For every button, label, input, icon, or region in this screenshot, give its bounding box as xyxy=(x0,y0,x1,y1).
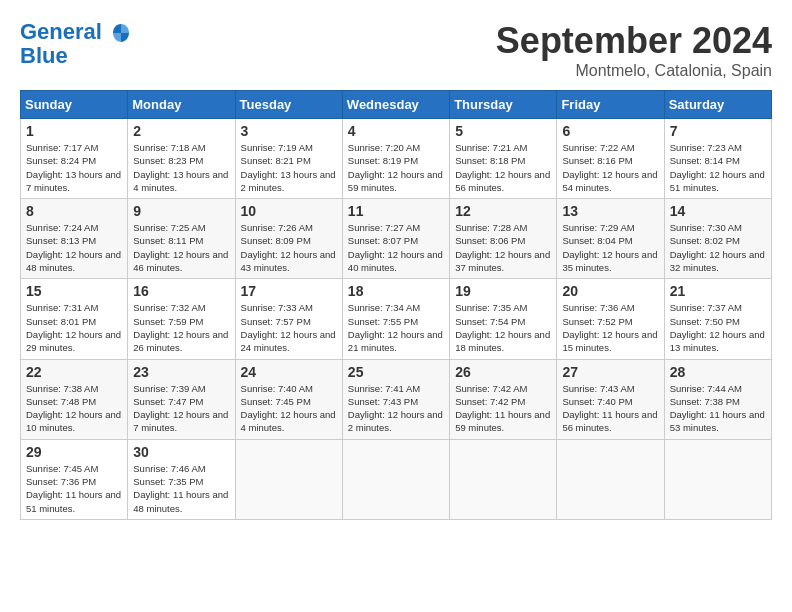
day-info: Sunrise: 7:46 AMSunset: 7:35 PMDaylight:… xyxy=(133,462,229,515)
day-info: Sunrise: 7:25 AMSunset: 8:11 PMDaylight:… xyxy=(133,221,229,274)
calendar-day-cell: 22Sunrise: 7:38 AMSunset: 7:48 PMDayligh… xyxy=(21,359,128,439)
calendar-day-cell: 6Sunrise: 7:22 AMSunset: 8:16 PMDaylight… xyxy=(557,119,664,199)
month-title: September 2024 xyxy=(496,20,772,62)
calendar-day-cell: 1Sunrise: 7:17 AMSunset: 8:24 PMDaylight… xyxy=(21,119,128,199)
day-number: 8 xyxy=(26,203,122,219)
day-info: Sunrise: 7:34 AMSunset: 7:55 PMDaylight:… xyxy=(348,301,444,354)
day-number: 30 xyxy=(133,444,229,460)
day-number: 1 xyxy=(26,123,122,139)
calendar-day-cell: 17Sunrise: 7:33 AMSunset: 7:57 PMDayligh… xyxy=(235,279,342,359)
day-info: Sunrise: 7:17 AMSunset: 8:24 PMDaylight:… xyxy=(26,141,122,194)
day-number: 2 xyxy=(133,123,229,139)
day-info: Sunrise: 7:37 AMSunset: 7:50 PMDaylight:… xyxy=(670,301,766,354)
day-number: 10 xyxy=(241,203,337,219)
calendar-day-header: Thursday xyxy=(450,91,557,119)
day-number: 21 xyxy=(670,283,766,299)
day-info: Sunrise: 7:43 AMSunset: 7:40 PMDaylight:… xyxy=(562,382,658,435)
day-info: Sunrise: 7:31 AMSunset: 8:01 PMDaylight:… xyxy=(26,301,122,354)
day-number: 25 xyxy=(348,364,444,380)
day-info: Sunrise: 7:28 AMSunset: 8:06 PMDaylight:… xyxy=(455,221,551,274)
day-number: 20 xyxy=(562,283,658,299)
title-block: September 2024 Montmelo, Catalonia, Spai… xyxy=(496,20,772,80)
calendar-day-cell xyxy=(557,439,664,519)
calendar-week-row: 29Sunrise: 7:45 AMSunset: 7:36 PMDayligh… xyxy=(21,439,772,519)
calendar-table: SundayMondayTuesdayWednesdayThursdayFrid… xyxy=(20,90,772,520)
calendar-day-cell: 27Sunrise: 7:43 AMSunset: 7:40 PMDayligh… xyxy=(557,359,664,439)
day-number: 12 xyxy=(455,203,551,219)
calendar-day-header: Monday xyxy=(128,91,235,119)
day-info: Sunrise: 7:44 AMSunset: 7:38 PMDaylight:… xyxy=(670,382,766,435)
day-info: Sunrise: 7:35 AMSunset: 7:54 PMDaylight:… xyxy=(455,301,551,354)
calendar-day-cell: 28Sunrise: 7:44 AMSunset: 7:38 PMDayligh… xyxy=(664,359,771,439)
day-info: Sunrise: 7:36 AMSunset: 7:52 PMDaylight:… xyxy=(562,301,658,354)
calendar-day-cell: 14Sunrise: 7:30 AMSunset: 8:02 PMDayligh… xyxy=(664,199,771,279)
calendar-day-cell: 24Sunrise: 7:40 AMSunset: 7:45 PMDayligh… xyxy=(235,359,342,439)
calendar-day-cell: 8Sunrise: 7:24 AMSunset: 8:13 PMDaylight… xyxy=(21,199,128,279)
day-number: 17 xyxy=(241,283,337,299)
calendar-day-cell: 19Sunrise: 7:35 AMSunset: 7:54 PMDayligh… xyxy=(450,279,557,359)
location: Montmelo, Catalonia, Spain xyxy=(496,62,772,80)
logo-icon xyxy=(110,22,132,44)
calendar-day-cell: 25Sunrise: 7:41 AMSunset: 7:43 PMDayligh… xyxy=(342,359,449,439)
calendar-week-row: 22Sunrise: 7:38 AMSunset: 7:48 PMDayligh… xyxy=(21,359,772,439)
calendar-day-header: Sunday xyxy=(21,91,128,119)
calendar-day-cell: 16Sunrise: 7:32 AMSunset: 7:59 PMDayligh… xyxy=(128,279,235,359)
calendar-header-row: SundayMondayTuesdayWednesdayThursdayFrid… xyxy=(21,91,772,119)
day-info: Sunrise: 7:45 AMSunset: 7:36 PMDaylight:… xyxy=(26,462,122,515)
calendar-day-cell: 9Sunrise: 7:25 AMSunset: 8:11 PMDaylight… xyxy=(128,199,235,279)
calendar-day-cell: 15Sunrise: 7:31 AMSunset: 8:01 PMDayligh… xyxy=(21,279,128,359)
calendar-day-header: Tuesday xyxy=(235,91,342,119)
calendar-day-cell: 23Sunrise: 7:39 AMSunset: 7:47 PMDayligh… xyxy=(128,359,235,439)
day-info: Sunrise: 7:19 AMSunset: 8:21 PMDaylight:… xyxy=(241,141,337,194)
calendar-day-cell xyxy=(664,439,771,519)
calendar-day-cell: 26Sunrise: 7:42 AMSunset: 7:42 PMDayligh… xyxy=(450,359,557,439)
calendar-day-cell xyxy=(450,439,557,519)
day-number: 9 xyxy=(133,203,229,219)
day-info: Sunrise: 7:32 AMSunset: 7:59 PMDaylight:… xyxy=(133,301,229,354)
day-info: Sunrise: 7:30 AMSunset: 8:02 PMDaylight:… xyxy=(670,221,766,274)
day-number: 4 xyxy=(348,123,444,139)
day-info: Sunrise: 7:22 AMSunset: 8:16 PMDaylight:… xyxy=(562,141,658,194)
calendar-day-cell: 20Sunrise: 7:36 AMSunset: 7:52 PMDayligh… xyxy=(557,279,664,359)
day-number: 26 xyxy=(455,364,551,380)
calendar-week-row: 1Sunrise: 7:17 AMSunset: 8:24 PMDaylight… xyxy=(21,119,772,199)
calendar-day-cell xyxy=(235,439,342,519)
day-info: Sunrise: 7:24 AMSunset: 8:13 PMDaylight:… xyxy=(26,221,122,274)
day-info: Sunrise: 7:33 AMSunset: 7:57 PMDaylight:… xyxy=(241,301,337,354)
day-info: Sunrise: 7:42 AMSunset: 7:42 PMDaylight:… xyxy=(455,382,551,435)
calendar-day-cell: 10Sunrise: 7:26 AMSunset: 8:09 PMDayligh… xyxy=(235,199,342,279)
day-info: Sunrise: 7:27 AMSunset: 8:07 PMDaylight:… xyxy=(348,221,444,274)
day-number: 22 xyxy=(26,364,122,380)
calendar-day-cell: 3Sunrise: 7:19 AMSunset: 8:21 PMDaylight… xyxy=(235,119,342,199)
calendar-day-cell xyxy=(342,439,449,519)
day-number: 24 xyxy=(241,364,337,380)
logo-text: General xyxy=(20,20,132,44)
calendar-day-header: Saturday xyxy=(664,91,771,119)
day-info: Sunrise: 7:40 AMSunset: 7:45 PMDaylight:… xyxy=(241,382,337,435)
calendar-day-cell: 13Sunrise: 7:29 AMSunset: 8:04 PMDayligh… xyxy=(557,199,664,279)
day-info: Sunrise: 7:38 AMSunset: 7:48 PMDaylight:… xyxy=(26,382,122,435)
day-info: Sunrise: 7:18 AMSunset: 8:23 PMDaylight:… xyxy=(133,141,229,194)
calendar-day-cell: 11Sunrise: 7:27 AMSunset: 8:07 PMDayligh… xyxy=(342,199,449,279)
day-number: 15 xyxy=(26,283,122,299)
day-number: 28 xyxy=(670,364,766,380)
calendar-day-cell: 4Sunrise: 7:20 AMSunset: 8:19 PMDaylight… xyxy=(342,119,449,199)
logo: General Blue xyxy=(20,20,132,68)
day-number: 27 xyxy=(562,364,658,380)
day-number: 16 xyxy=(133,283,229,299)
day-info: Sunrise: 7:39 AMSunset: 7:47 PMDaylight:… xyxy=(133,382,229,435)
day-number: 18 xyxy=(348,283,444,299)
day-info: Sunrise: 7:23 AMSunset: 8:14 PMDaylight:… xyxy=(670,141,766,194)
calendar-week-row: 8Sunrise: 7:24 AMSunset: 8:13 PMDaylight… xyxy=(21,199,772,279)
day-number: 6 xyxy=(562,123,658,139)
calendar-day-header: Friday xyxy=(557,91,664,119)
day-info: Sunrise: 7:41 AMSunset: 7:43 PMDaylight:… xyxy=(348,382,444,435)
page-header: General Blue September 2024 Montmelo, Ca… xyxy=(20,20,772,80)
day-number: 5 xyxy=(455,123,551,139)
day-info: Sunrise: 7:29 AMSunset: 8:04 PMDaylight:… xyxy=(562,221,658,274)
day-number: 14 xyxy=(670,203,766,219)
calendar-day-cell: 2Sunrise: 7:18 AMSunset: 8:23 PMDaylight… xyxy=(128,119,235,199)
day-info: Sunrise: 7:26 AMSunset: 8:09 PMDaylight:… xyxy=(241,221,337,274)
day-number: 23 xyxy=(133,364,229,380)
calendar-day-cell: 12Sunrise: 7:28 AMSunset: 8:06 PMDayligh… xyxy=(450,199,557,279)
